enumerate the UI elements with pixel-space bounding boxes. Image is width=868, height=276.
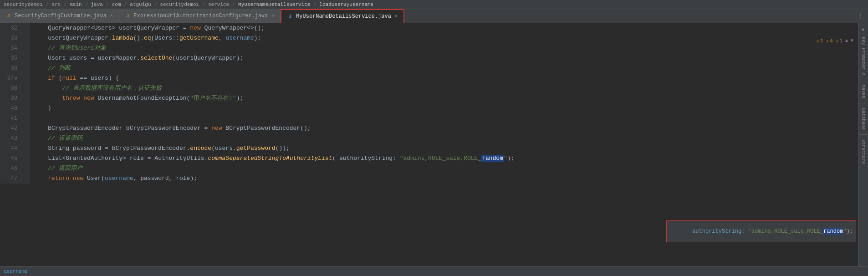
- line-number-41: 41: [0, 113, 23, 123]
- tab-label-2: ExpressionUrlAuthorizationConfigurer.jav…: [133, 13, 268, 19]
- code-line-47: 47 return new User(username, password, r…: [0, 174, 858, 184]
- gutter-46: [23, 164, 30, 174]
- tab-expression-url[interactable]: J ExpressionUrlAuthorizationConfigurer.j…: [119, 9, 281, 23]
- warning-icon-3: ⚠: [836, 38, 839, 44]
- line-content-47: return new User(username, password, role…: [30, 174, 858, 184]
- warnings-bar: ⚠ 1 ⚠ 4 ⚠ 1 ▲ ▼: [812, 37, 857, 45]
- gutter-44: [23, 143, 30, 153]
- line-number-36: 36: [0, 63, 23, 73]
- line-number-32: 32: [0, 23, 23, 33]
- line-number-43: 43: [0, 133, 23, 143]
- line-content-39: throw new UsernameNotFoundException("用户名…: [30, 93, 858, 103]
- warning-badge-3: ⚠ 1: [836, 38, 842, 44]
- gutter-36: [23, 63, 30, 73]
- code-line-43: 43 // 设置密码: [0, 133, 858, 143]
- code-line-45: 45 List<GrantedAuthority> role = Authori…: [0, 153, 858, 164]
- gutter-37: [23, 73, 30, 83]
- line-content-37: if (null == users) {: [30, 73, 858, 83]
- gutter-35: [23, 53, 30, 63]
- line-content-46: // 返回用户: [30, 164, 858, 174]
- line-content-42: BCryptPasswordEncoder bCryptPasswordEnco…: [30, 123, 858, 133]
- gutter-43: [23, 133, 30, 143]
- line-content-41: [30, 113, 858, 123]
- parameter-hint-popup: authorityString: "admins,ROLE_sale,ROLE_…: [666, 220, 856, 242]
- code-line-38: 38 // 表示数据库没有用户名，认证失败: [0, 83, 858, 93]
- line-number-38: 38: [0, 83, 23, 93]
- line-number-33: 33: [0, 33, 23, 43]
- gutter-40: [23, 103, 30, 113]
- main-area: ⚠ 1 ⚠ 4 ⚠ 1 ▲ ▼ 32 QueryWrapper<Users> u…: [0, 23, 868, 266]
- line-content-35: Users users = usersMapper.selectOne(user…: [30, 53, 858, 63]
- hint-punc: );: [847, 228, 853, 235]
- breadcrumb-path: securitydemo1 / src / main / java / com …: [4, 2, 373, 7]
- gutter-34: [23, 43, 30, 53]
- line-number-40: 40: [0, 103, 23, 113]
- tab-close-1[interactable]: ×: [110, 13, 113, 19]
- warning-icon-2: ⚠: [826, 38, 829, 44]
- gutter-42: [23, 123, 30, 133]
- sidebar-icon-top: ■: [859, 25, 868, 33]
- code-line-37: 37 ▽ if (null == users) {: [0, 73, 858, 83]
- line-content-43: // 设置密码: [30, 133, 858, 143]
- breadcrumb: securitydemo1 / src / main / java / com …: [0, 0, 868, 9]
- line-content-38: // 表示数据库没有用户名，认证失败: [30, 83, 858, 93]
- code-line-34: 34 // 查询到users对象: [0, 43, 858, 53]
- warning-count-3: 1: [839, 38, 842, 44]
- sidebar-structure[interactable]: Structure: [861, 138, 866, 166]
- line-content-32: QueryWrapper<Users> usersQueryWrapper = …: [30, 23, 858, 33]
- warnings-chevron-down[interactable]: ▼: [851, 38, 853, 43]
- line-content-34: // 查询到users对象: [30, 43, 858, 53]
- line-number-46: 46: [0, 164, 23, 174]
- code-line-39: 39 throw new UsernameNotFoundException("…: [0, 93, 858, 103]
- username-label: username: [4, 269, 28, 274]
- gutter-38: [23, 83, 30, 93]
- right-sidebar: ■ Key Promoter X Maven Database Structur…: [858, 23, 868, 266]
- editor-container: securitydemo1 / src / main / java / com …: [0, 0, 868, 276]
- line-content-45: List<GrantedAuthority> role = AuthorityU…: [30, 153, 858, 164]
- gutter-39: [23, 93, 30, 103]
- line-number-45: 45: [0, 153, 23, 164]
- tab-security-config[interactable]: J SecurityConfigCustomize.java ×: [0, 9, 119, 23]
- code-line-40: 40 }: [0, 103, 858, 113]
- code-line-33: 33 usersQueryWrapper.lambda().eq(Users::…: [0, 33, 858, 43]
- code-line-36: 36 // 判断: [0, 63, 858, 73]
- warnings-chevron-up[interactable]: ▲: [845, 38, 848, 43]
- code-line-46: 46 // 返回用户: [0, 164, 858, 174]
- tab-close-2[interactable]: ×: [272, 13, 275, 19]
- gutter-47: [23, 174, 30, 184]
- line-number-42: 42: [0, 123, 23, 133]
- gutter-45: [23, 153, 30, 164]
- warning-count-2: 4: [830, 38, 833, 44]
- java-icon: J: [5, 13, 12, 19]
- code-line-41: 41: [0, 113, 858, 123]
- line-number-37: 37 ▽: [0, 73, 23, 83]
- sidebar-key-promoter[interactable]: Key Promoter X: [861, 35, 866, 77]
- tab-myusernamedetails[interactable]: J MyUserNameDetailsService.java ×: [281, 9, 404, 23]
- line-content-36: // 判断: [30, 63, 858, 73]
- hint-string-close: ": [843, 228, 846, 235]
- hint-selected-text: random: [823, 228, 843, 235]
- tabs-more-button[interactable]: ⋮: [853, 12, 868, 20]
- hint-authority-string: authorityString:: [689, 228, 748, 235]
- sidebar-maven[interactable]: Maven: [861, 83, 866, 100]
- warning-badge-2: ⚠ 4: [826, 38, 833, 44]
- gutter-33: [23, 33, 30, 43]
- hint-string-value: "admins,ROLE_sale,ROLE_: [748, 228, 824, 235]
- code-line-35: 35 Users users = usersMapper.selectOne(u…: [0, 53, 858, 63]
- sidebar-database[interactable]: Database: [861, 106, 866, 132]
- line-content-40: }: [30, 103, 858, 113]
- warning-count-1: 1: [820, 38, 823, 44]
- code-line-42: 42 BCryptPasswordEncoder bCryptPasswordE…: [0, 123, 858, 133]
- fold-icon-37[interactable]: ▽: [15, 76, 17, 81]
- tab-label-1: SecurityConfigCustomize.java: [15, 13, 107, 19]
- line-number-34: 34: [0, 43, 23, 53]
- warning-icon-1: ⚠: [816, 38, 819, 44]
- bottom-bar: username: [0, 266, 868, 276]
- java-icon-2: J: [124, 13, 131, 19]
- tabs-bar: J SecurityConfigCustomize.java × J Expre…: [0, 9, 868, 23]
- line-content-33: usersQueryWrapper.lambda().eq(Users::get…: [30, 33, 858, 43]
- tab-close-3[interactable]: ×: [395, 14, 398, 19]
- gutter-41: [23, 113, 30, 123]
- line-number-35: 35: [0, 53, 23, 63]
- line-number-47: 47: [0, 174, 23, 184]
